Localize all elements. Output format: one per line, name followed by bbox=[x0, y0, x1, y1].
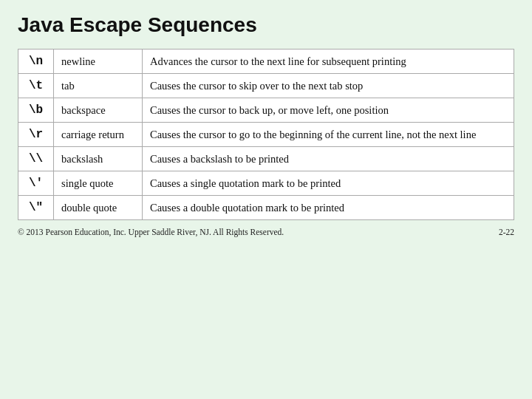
sequence-desc-cell: Causes a backslash to be printed bbox=[143, 147, 514, 171]
table-row: \nnewlineAdvances the cursor to the next… bbox=[18, 50, 514, 74]
table-row: \bbackspaceCauses the cursor to back up,… bbox=[18, 98, 514, 123]
escape-sequence-cell: \t bbox=[18, 74, 54, 98]
sequence-name-cell: double quote bbox=[54, 196, 143, 220]
escape-sequence-cell: \" bbox=[18, 196, 54, 220]
sequence-name-cell: carriage return bbox=[54, 123, 143, 147]
sequence-desc-cell: Causes a double quotation mark to be pri… bbox=[143, 196, 514, 220]
page-title: Java Escape Sequences bbox=[18, 13, 514, 37]
escape-sequence-cell: \n bbox=[18, 50, 54, 74]
sequence-name-cell: tab bbox=[54, 74, 143, 98]
table-row: \rcarriage returnCauses the cursor to go… bbox=[18, 123, 514, 147]
escape-sequence-cell: \' bbox=[18, 171, 54, 196]
escape-sequence-cell: \r bbox=[18, 123, 54, 147]
sequence-name-cell: backslash bbox=[54, 147, 143, 171]
escape-sequence-cell: \b bbox=[18, 98, 54, 123]
table-row: \ttabCauses the cursor to skip over to t… bbox=[18, 74, 514, 98]
page-number: 2-22 bbox=[499, 228, 514, 236]
footer: © 2013 Pearson Education, Inc. Upper Sad… bbox=[18, 228, 514, 236]
sequence-desc-cell: Causes the cursor to back up, or move le… bbox=[143, 98, 514, 123]
sequence-desc-cell: Advances the cursor to the next line for… bbox=[143, 50, 514, 74]
escape-sequence-cell: \\ bbox=[18, 147, 54, 171]
table-row: \'single quoteCauses a single quotation … bbox=[18, 171, 514, 196]
copyright-text: © 2013 Pearson Education, Inc. Upper Sad… bbox=[18, 228, 284, 236]
sequence-desc-cell: Causes a single quotation mark to be pri… bbox=[143, 171, 514, 196]
escape-sequences-table: \nnewlineAdvances the cursor to the next… bbox=[18, 49, 514, 220]
table-row: \"double quoteCauses a double quotation … bbox=[18, 196, 514, 220]
sequence-name-cell: newline bbox=[54, 50, 143, 74]
sequence-desc-cell: Causes the cursor to go to the beginning… bbox=[143, 123, 514, 147]
sequence-desc-cell: Causes the cursor to skip over to the ne… bbox=[143, 74, 514, 98]
table-row: \\backslashCauses a backslash to be prin… bbox=[18, 147, 514, 171]
sequence-name-cell: backspace bbox=[54, 98, 143, 123]
sequence-name-cell: single quote bbox=[54, 171, 143, 196]
